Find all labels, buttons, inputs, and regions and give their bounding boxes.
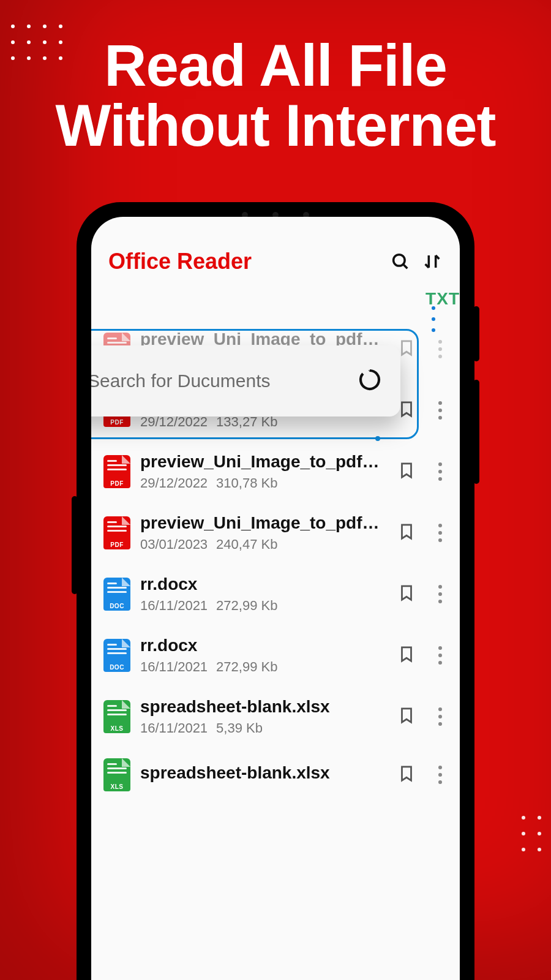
file-size: 310,78 Kb: [216, 475, 277, 491]
file-name: spreadsheet-blank.xlsx: [140, 763, 384, 783]
hero-title: Read All File Without Internet: [0, 36, 551, 156]
svg-point-0: [394, 255, 405, 266]
file-row-actions: [394, 764, 448, 785]
phone-frame: Office Reader TXT Search for Ducuments: [77, 202, 474, 980]
file-date: 16/11/2021: [140, 598, 208, 614]
svg-line-1: [403, 265, 408, 269]
file-name: rr.docx: [140, 575, 384, 594]
more-vertical-icon[interactable]: [433, 524, 448, 542]
more-vertical-icon[interactable]: [433, 707, 448, 726]
loading-spinner-icon: [358, 368, 382, 394]
file-size: 5,39 Kb: [216, 720, 263, 736]
file-row-actions: [394, 522, 448, 543]
file-info: preview_Uni_Image_to_pdf_1672229/12/2022…: [140, 452, 384, 491]
file-name: preview_Uni_Image_to_pdf_16727: [140, 513, 384, 533]
file-meta: 16/11/2021272,99 Kb: [140, 598, 384, 614]
more-vertical-icon[interactable]: [433, 766, 448, 784]
file-row[interactable]: PDFpreview_Uni_Image_to_pdf_1672229/12/2…: [97, 441, 450, 502]
bookmark-icon[interactable]: [397, 461, 416, 482]
app-title: Office Reader: [108, 249, 379, 274]
file-date: 29/12/2022: [140, 475, 208, 491]
app-screen: Office Reader TXT Search for Ducuments: [91, 217, 460, 980]
file-row[interactable]: PDFpreview_Uni_Image_to_pdf_1672703/01/2…: [97, 502, 450, 564]
file-date: 03/01/2023: [140, 537, 208, 552]
file-size: 272,99 Kb: [216, 659, 277, 675]
more-vertical-icon[interactable]: [433, 401, 448, 420]
app-header: Office Reader: [91, 217, 460, 287]
file-date: 16/11/2021: [140, 659, 208, 675]
file-row[interactable]: DOCrr.docx16/11/2021272,99 Kb: [97, 625, 450, 686]
file-type-doc-icon: DOC: [103, 639, 130, 672]
more-vertical-icon[interactable]: [433, 462, 448, 481]
file-name: preview_Uni_Image_to_pdf_16722: [140, 452, 384, 472]
file-row-actions: [394, 706, 448, 727]
file-size: 272,99 Kb: [216, 598, 277, 614]
file-row[interactable]: XLSspreadsheet-blank.xlsx: [97, 747, 450, 802]
bookmark-icon[interactable]: [397, 764, 416, 785]
file-meta: 03/01/2023240,47 Kb: [140, 537, 384, 552]
file-row[interactable]: DOCrr.docx16/11/2021272,99 Kb: [97, 564, 450, 625]
bookmark-icon[interactable]: [397, 706, 416, 727]
file-info: preview_Uni_Image_to_pdf_1672703/01/2023…: [140, 513, 384, 552]
file-row[interactable]: XLSspreadsheet-blank.xlsx16/11/20215,39 …: [97, 686, 450, 747]
file-row-actions: [394, 645, 448, 666]
file-row-actions: [394, 584, 448, 605]
decorative-dot-grid-bottom-right: [515, 810, 551, 858]
file-info: spreadsheet-blank.xlsx: [140, 763, 384, 786]
file-type-pdf-icon: PDF: [103, 516, 130, 549]
search-card[interactable]: Search for Ducuments: [91, 345, 400, 417]
phone-mockup: Office Reader TXT Search for Ducuments: [77, 202, 474, 980]
hero-line1: Read All File: [104, 32, 447, 98]
file-info: spreadsheet-blank.xlsx16/11/20215,39 Kb: [140, 697, 384, 736]
filetype-tabs: TXT: [91, 287, 460, 318]
file-name: rr.docx: [140, 636, 384, 655]
file-size: 240,47 Kb: [216, 537, 277, 552]
bookmark-icon[interactable]: [397, 584, 416, 605]
file-type-doc-icon: DOC: [103, 578, 130, 611]
hero-line2: Without Internet: [56, 92, 496, 158]
more-vertical-icon[interactable]: [433, 646, 448, 665]
sort-icon[interactable]: [422, 251, 443, 272]
file-info: rr.docx16/11/2021272,99 Kb: [140, 575, 384, 614]
file-meta: 29/12/2022310,78 Kb: [140, 475, 384, 491]
file-date: 16/11/2021: [140, 720, 208, 736]
file-type-pdf-icon: PDF: [103, 455, 130, 488]
tab-txt[interactable]: TXT: [425, 289, 460, 309]
search-icon[interactable]: [390, 251, 411, 272]
bookmark-icon[interactable]: [397, 645, 416, 666]
more-vertical-icon[interactable]: [433, 585, 448, 603]
more-vertical-icon[interactable]: [433, 340, 448, 358]
file-row-actions: [394, 461, 448, 482]
file-info: rr.docx16/11/2021272,99 Kb: [140, 636, 384, 675]
file-meta: 16/11/20215,39 Kb: [140, 720, 384, 736]
file-meta: 16/11/2021272,99 Kb: [140, 659, 384, 675]
file-name: spreadsheet-blank.xlsx: [140, 697, 384, 717]
file-type-xls-icon: XLS: [103, 700, 130, 733]
bookmark-icon[interactable]: [397, 522, 416, 543]
search-placeholder: Search for Ducuments: [91, 371, 345, 391]
file-type-xls-icon: XLS: [103, 758, 130, 791]
